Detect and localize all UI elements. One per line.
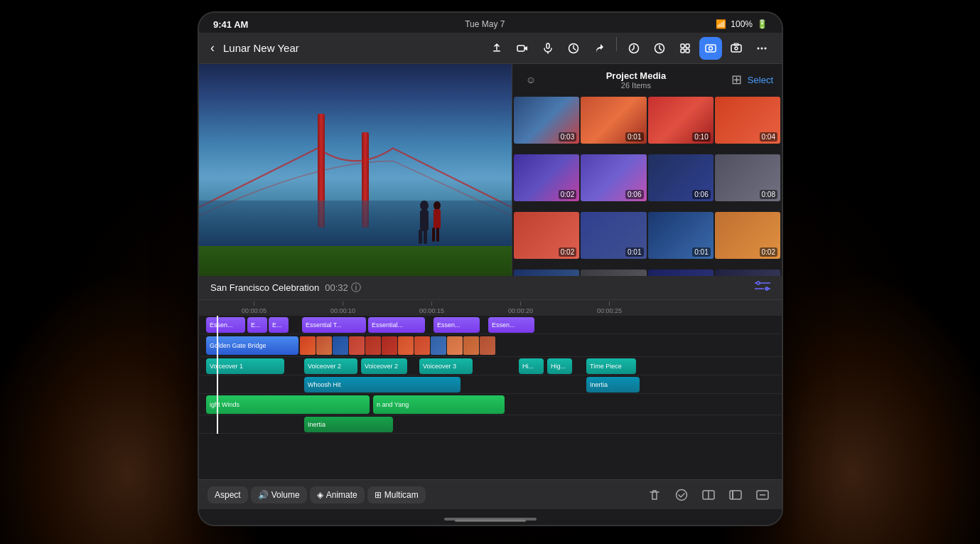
effect-clip[interactable]: Essential... [368,317,425,333]
voiceover-clip[interactable]: Voiceover 3 [419,358,473,374]
music-clip[interactable]: ight Winds [206,395,370,414]
thumb-clip[interactable] [300,336,316,355]
voiceover-clip[interactable]: Voiceover 2 [361,358,407,374]
thumb-clip[interactable] [431,336,446,355]
effect-clip[interactable]: Essen... [206,317,245,333]
grid-view-btn[interactable] [674,37,696,60]
track-area: Essen... E... E... Essential T... Essent… [199,316,782,434]
home-indicator [444,518,537,521]
back-button[interactable]: ‹ [208,38,217,58]
thumb-clip[interactable] [414,336,430,355]
aspect-label: Aspect [215,490,241,500]
thumb-clip[interactable] [382,336,397,355]
animate-icon: ◈ [317,490,323,500]
thumb-duration: 0:01 [625,247,643,257]
media-count: 26 Items [546,81,726,90]
ipad-screen: 9:41 AM Tue May 7 📶 100% 🔋 ‹ Lunar New Y… [199,13,782,525]
extra-clip[interactable]: Inertia [304,417,393,432]
ruler-mark: 00:00:20 [508,302,533,314]
svg-rect-24 [434,209,441,229]
thumb-duration: 0:06 [692,190,710,199]
info-icon[interactable]: ⓘ [351,282,361,294]
media-icon-row: ☺ [521,70,541,90]
media-thumb[interactable]: 0:01 [581,212,646,259]
timeline-settings-icon[interactable] [755,278,770,297]
select-button[interactable]: Select [748,75,773,85]
cut-button[interactable] [725,484,746,506]
camera-record-btn[interactable] [511,37,534,60]
voiceover-clip[interactable]: Voiceover 1 [206,358,284,374]
video-preview [199,64,512,292]
aspect-button[interactable]: Aspect [208,486,248,503]
extra-track: Inertia [199,415,782,434]
split-view-button[interactable] [698,484,719,506]
media-thumb[interactable]: 0:06 [648,154,714,201]
effect-clip[interactable]: Essential T... [302,317,366,333]
effect-clip[interactable]: E... [247,317,267,333]
status-bar: 9:41 AM Tue May 7 📶 100% 🔋 [199,13,782,33]
effect-clip[interactable]: Essen... [488,317,534,333]
media-thumb[interactable]: 0:02 [514,212,579,259]
svg-point-23 [434,201,441,210]
media-thumb[interactable]: 0:02 [514,154,579,201]
voiceover-clip[interactable]: Time Piece [586,358,636,374]
effects-track: Essen... E... E... Essential T... Essent… [199,316,782,334]
thumb-clip[interactable] [447,336,463,355]
mic-btn[interactable] [537,37,559,60]
thumb-clip[interactable] [316,336,332,355]
people-silhouette [410,197,449,250]
emoji-media-btn[interactable]: ☺ [521,70,541,90]
thumb-clip[interactable] [398,336,414,355]
media-thumb[interactable]: 0:04 [715,97,780,144]
sfx-clip[interactable]: Inertia [586,377,640,393]
sfx-track: Whoosh Hit Inertia [199,375,782,394]
volume-button[interactable]: 🔊 Volume [251,486,307,503]
thumb-duration: 0:01 [625,132,643,142]
video-clip-main[interactable]: Golden Gate Bridge [206,336,298,355]
media-thumb[interactable]: 0:10 [648,97,714,144]
voiceover-clip[interactable]: Hig... [547,358,572,374]
animate-button[interactable]: ◈ Animate [310,486,365,503]
battery-icon: 🔋 [757,19,768,29]
svg-point-17 [761,47,763,49]
delete-button[interactable] [644,484,665,506]
checkmark-button[interactable] [671,484,692,506]
tracks-container[interactable]: Essen... E... E... Essential T... Essent… [199,316,782,465]
svg-rect-22 [424,230,427,244]
media-thumb[interactable]: 0:06 [581,154,646,201]
media-thumb[interactable]: 0:08 [715,154,780,201]
status-time: 9:41 AM [213,19,248,30]
effect-clip[interactable]: Essen... [434,317,480,333]
navigate-btn[interactable] [562,37,585,60]
thumb-clip[interactable] [365,336,381,355]
multicam-icon: ⊞ [375,490,382,500]
grid-layout-btn[interactable]: ⊞ [731,72,742,87]
media-thumb[interactable]: 0:01 [581,97,646,144]
media-thumb[interactable]: 0:03 [514,97,579,144]
thumb-clip[interactable] [463,336,479,355]
redo-btn[interactable] [648,37,671,60]
sfx-clip[interactable]: Whoosh Hit [304,377,461,393]
thumb-clip[interactable] [349,336,365,355]
multicam-button[interactable]: ⊞ Multicam [367,486,426,503]
media-thumb[interactable]: 0:02 [715,212,780,259]
effect-clip[interactable]: E... [269,317,289,333]
svg-rect-36 [730,491,741,499]
thumb-duration: 0:03 [559,132,576,142]
music-clip[interactable]: n and Yang [373,395,505,414]
voiceover-clip[interactable]: Hi... [519,358,544,374]
history-btn[interactable] [623,37,645,60]
voiceover-clip[interactable]: Voiceover 2 [304,358,357,374]
animate-label: Animate [326,490,357,500]
thumb-clip[interactable] [333,336,348,355]
media-thumb[interactable]: 0:01 [648,212,714,259]
more-options-button[interactable] [752,484,773,506]
photo-btn[interactable] [699,37,722,60]
share-btn[interactable] [588,37,610,60]
thumb-clip[interactable] [480,336,495,355]
camera2-btn[interactable] [725,37,748,60]
top-toolbar: ‹ Lunar New Year [199,33,782,64]
upload-icon-btn[interactable] [485,37,508,60]
svg-rect-11 [706,45,716,52]
more-btn[interactable] [750,37,773,60]
